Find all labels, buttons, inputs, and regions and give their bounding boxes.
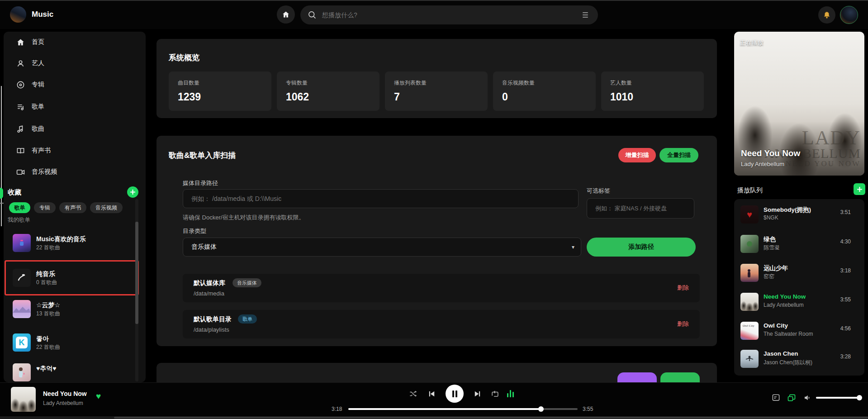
horizontal-scrollbar-thumb[interactable] [114,417,868,419]
playlist-item-cloud-dream[interactable]: ☆云梦☆ 13 首歌曲 [4,300,139,321]
path-type-badge: 音乐媒体 [232,278,261,287]
player-track-cover[interactable] [11,387,36,412]
full-scan-button[interactable]: 全量扫描 [659,148,698,162]
pause-icon [452,390,458,397]
topbar: Music [0,1,868,29]
like-heart-icon[interactable]: ♥ [96,391,101,401]
shuffle-button[interactable] [409,390,417,398]
playlist-item-joha[interactable]: K 좋아 22 首歌曲 [4,333,139,354]
lyrics-button[interactable] [772,393,780,402]
media-path-input[interactable] [183,189,579,208]
delete-path-button[interactable]: 删除 [677,284,689,292]
horizontal-scrollbar[interactable] [0,416,868,419]
sidebar-scrollbar[interactable] [135,199,138,381]
queue-item-current[interactable]: Need You Now Lady Antebellum 3:55 [734,289,864,318]
sidebar-item-artists[interactable]: 艺人 [4,53,146,74]
queue-item[interactable]: ♥ Somebody(拥抱) $NGK 3:51 [734,202,864,231]
now-playing-card[interactable]: LADY ANTEBELLUM NEED YOU NOW 正在播放 Need Y… [734,32,864,176]
media-path-helper: 请确保 Docker/宿主机对该目录拥有读取权限。 [183,214,304,222]
path-row-media: 默认媒体库 音乐媒体 /data/media 删除 [183,274,700,302]
progress-bar[interactable] [348,408,578,410]
stat-card-music-videos: 音乐视频数量 0 [493,71,596,111]
music-video-icon [16,168,25,176]
search-icon [308,10,317,19]
plus-icon [130,189,136,195]
overview-card: 系统概览 曲目数量 1239 专辑数量 1062 播放列表数量 7 音乐视频数量… [157,39,717,118]
filter-chip-music-videos[interactable]: 音乐视频 [90,202,123,213]
overview-title: 系统概览 [169,52,199,63]
volume-slider[interactable] [816,397,860,399]
elapsed-time: 3:18 [332,406,342,412]
playlist-item-memories[interactable]: ♥추억♥ [4,363,139,382]
queue-item-cover: Owl City [740,322,759,340]
progress-handle[interactable] [538,406,544,412]
path-row-playlists: 默认歌单目录 歌单 /data/playlists 删除 [183,310,700,338]
app-logo[interactable] [10,6,26,23]
mini-player-button[interactable] [787,393,796,402]
sidebar-item-audiobooks[interactable]: 有声书 [4,140,146,161]
sidebar-item-songs[interactable]: 歌曲 [4,119,146,139]
sidebar-item-playlists[interactable]: 歌单 [4,96,146,117]
user-avatar[interactable] [840,6,858,24]
queue-item-cover [740,293,759,311]
collection-header: 收藏 [8,188,21,197]
now-playing-label: 正在播放 [740,39,764,47]
filter-chip-albums[interactable]: 专辑 [34,202,56,213]
home-icon [16,38,25,47]
sidebar-item-home[interactable]: 首页 [4,32,146,52]
player-track-title: Need You Now [43,390,87,397]
path-type-badge: 歌单 [238,314,257,324]
player-track-artist: Lady Antebellum [43,400,83,406]
bell-icon [823,11,831,19]
queue-card: ♥ Somebody(拥抱) $NGK 3:51 绿色 陈雪凝 4:30 远山少… [734,199,864,376]
left-edge-divider [1,86,2,226]
app-window: Music 首页 [0,0,868,419]
notifications-button[interactable] [818,6,835,24]
now-playing-title: Need You Now [741,148,800,158]
volume-handle[interactable] [857,395,862,400]
queue-item-cover [740,264,759,282]
my-playlists-subheader: 我的歌单 [8,216,30,224]
filter-chip-playlists[interactable]: 歌单 [9,202,30,213]
playlist-item-pure-music[interactable]: 纯音乐 0 首歌曲 [4,269,139,290]
tag-input[interactable] [587,198,694,219]
add-path-button[interactable]: 添加路径 [587,238,696,257]
add-collection-button[interactable] [127,186,138,198]
queue-item-cover [740,350,759,368]
dir-type-select[interactable]: 音乐媒体 ▾ [183,238,581,257]
scan-title: 歌曲&歌单入库扫描 [169,150,236,161]
search-input[interactable] [322,11,557,19]
pause-button[interactable] [446,385,464,403]
previous-button[interactable] [428,390,436,398]
queue-item[interactable]: Owl City Owl City The Saltwater Room 4:5… [734,318,864,347]
home-button[interactable] [277,5,295,24]
queue-item[interactable]: 远山少年 窑窑 3:18 [734,260,864,289]
audiobook-icon [16,147,25,155]
partial-button-green[interactable] [660,372,700,383]
delete-path-button[interactable]: 删除 [677,320,689,328]
queue-item[interactable]: Jason Chen Jason Chen(陈以桐) 3:28 [734,346,864,375]
incremental-scan-button[interactable]: 增量扫描 [618,148,656,162]
sidebar-item-albums[interactable]: 专辑 [4,74,146,95]
playlist-cover [13,269,31,287]
partial-button-purple[interactable] [617,372,657,383]
filter-chip-audiobooks[interactable]: 有声书 [59,202,86,213]
playlist-item-liked[interactable]: Music喜欢的音乐 22 首歌曲 [4,234,139,255]
now-playing-artist: Lady Antebellum [741,161,784,167]
queue-add-button[interactable] [854,183,865,195]
volume-icon[interactable] [803,394,811,402]
queue-item[interactable]: 绿色 陈雪凝 4:30 [734,231,864,260]
sidebar-item-music-videos[interactable]: 音乐视频 [4,162,146,182]
left-edge-green-sliver [0,188,3,199]
volume-fill [816,397,860,399]
dir-type-label: 目录类型 [183,227,206,235]
sidebar: 首页 艺人 专辑 歌单 歌曲 有声书 音乐视频 收藏 歌单 [4,32,146,382]
repeat-button[interactable] [491,390,499,398]
equalizer-icon[interactable] [507,390,514,397]
next-button[interactable] [474,390,481,398]
search-bar[interactable] [300,5,598,24]
app-title: Music [32,10,53,19]
sidebar-scrollbar-thumb[interactable] [135,222,138,324]
playlist-cover: K [13,333,31,352]
search-menu-icon[interactable] [583,12,590,18]
